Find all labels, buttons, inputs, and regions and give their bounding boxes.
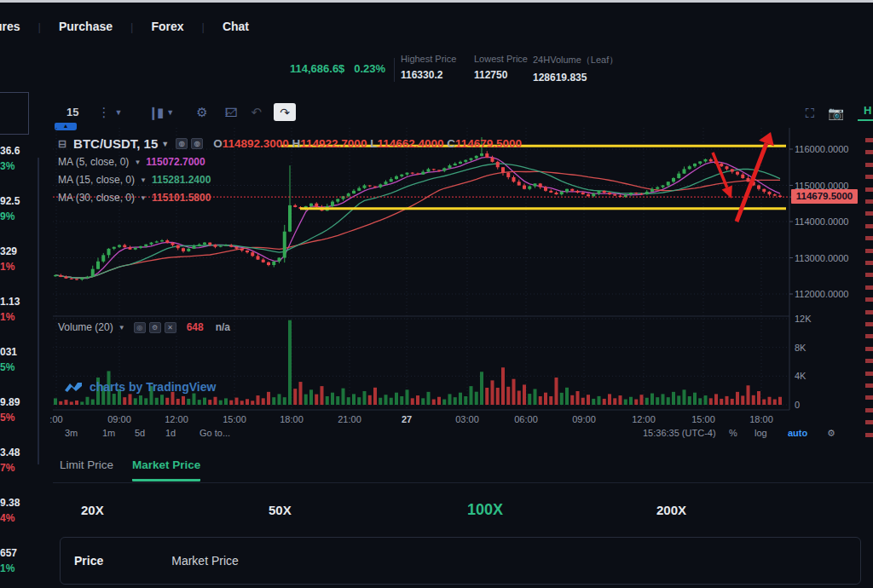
- orderbook-cut-row: [865, 211, 873, 216]
- volume-value: 648: [187, 321, 204, 333]
- ma-value: 115101.5800: [152, 192, 211, 204]
- orderbook-cut-row: [865, 138, 873, 142]
- tab-market-price[interactable]: Market Price: [132, 458, 200, 481]
- ma-legend-row[interactable]: MA (30, close, 0) ▼ 115101.5800: [58, 191, 522, 205]
- leverage-20x[interactable]: 20X: [81, 503, 104, 517]
- ma-label: MA (15, close, 0): [58, 174, 135, 186]
- series-settings-icon[interactable]: ◎: [191, 138, 203, 149]
- chart-legend: ⊟ BTC/USDT, 15 ▼ ◎ ◎ O114892.3000 H11492…: [58, 136, 522, 205]
- orderbook-cut-row: [865, 395, 873, 400]
- go-to-button[interactable]: Go to...: [199, 428, 230, 438]
- range-3m[interactable]: 3m: [65, 428, 78, 438]
- orderbook-cut-row: [865, 347, 873, 351]
- leverage-100x[interactable]: 100X: [467, 501, 503, 519]
- price-chart-canvas[interactable]: [0, 0, 873, 588]
- section-divider: [53, 482, 873, 483]
- price-value: Market Price: [171, 554, 239, 568]
- volume-study-label[interactable]: Volume (20): [58, 321, 113, 333]
- orderbook-cut-row: [865, 261, 873, 265]
- orderbook-cut-row: [865, 408, 873, 412]
- close-icon[interactable]: ✕: [165, 322, 176, 333]
- volume-axis-label: 8K: [795, 343, 806, 353]
- range-1d[interactable]: 1d: [165, 428, 176, 438]
- orderbook-cut-row: [865, 175, 873, 179]
- volume-legend: Volume (20) ▼ ◎ ⚙ ✕ 648 n/a: [58, 320, 230, 334]
- ma-label: MA (30, close, 0): [58, 192, 135, 204]
- x-axis-label: :00: [49, 414, 62, 424]
- visibility-toggle-icon[interactable]: ◎: [176, 138, 188, 149]
- chevron-down-icon[interactable]: ▼: [140, 194, 147, 202]
- symbol-title[interactable]: BTC/USDT, 15: [73, 136, 158, 151]
- ohlc-readout: O114892.3000 H114922.7000 L114662.4000 C…: [213, 137, 522, 150]
- x-axis-label: 12:00: [632, 414, 656, 424]
- orderbook-cut-row: [865, 199, 873, 204]
- price-label: Price: [74, 554, 103, 568]
- tab-limit-price[interactable]: Limit Price: [60, 458, 113, 481]
- x-axis-label: 21:00: [338, 414, 361, 424]
- orderbook-cut-row: [865, 420, 873, 424]
- order-type-tabs: Limit Price Market Price: [60, 458, 200, 481]
- right-panel-tab[interactable]: H: [864, 104, 871, 117]
- leverage-50x[interactable]: 50X: [269, 503, 292, 517]
- orderbook-cut-row: [865, 273, 873, 277]
- orderbook-cut-row: [865, 187, 873, 192]
- ma-legend-row[interactable]: MA (15, close, 0) ▼ 115281.2400: [58, 173, 522, 187]
- orderbook-cut-row: [865, 334, 873, 338]
- chevron-down-icon[interactable]: ▼: [134, 159, 141, 166]
- orderbook-cut-row: [865, 322, 873, 326]
- x-axis-label: 09:00: [572, 414, 596, 424]
- gear-icon[interactable]: ⚙: [827, 428, 835, 439]
- y-axis-label: 114000.0000: [795, 216, 848, 227]
- x-axis-label: 06:00: [514, 414, 538, 424]
- watermark-text: charts by TradingView: [90, 380, 216, 394]
- last-price-badge: 114679.5000: [791, 189, 858, 204]
- volume-axis-label: 4K: [795, 371, 806, 381]
- x-axis-label: 18:00: [280, 414, 304, 424]
- orderbook-cut-row: [865, 224, 873, 228]
- orderbook-cut-row: [865, 236, 873, 240]
- orderbook-cut-row: [865, 433, 873, 437]
- percent-scale-button[interactable]: %: [729, 428, 737, 438]
- y-axis-label: 112000.0000: [795, 289, 848, 299]
- clock[interactable]: 15:36:35 (UTC-4): [643, 428, 716, 438]
- chevron-down-icon[interactable]: ▼: [140, 176, 147, 184]
- orderbook-cut-row: [865, 297, 873, 302]
- chart-bottom-bar: 3m 1m 5d 1d Go to... 15:36:35 (UTC-4) % …: [53, 426, 820, 441]
- ma-legend-row[interactable]: MA (5, close, 0) ▼ 115072.7000: [58, 155, 522, 169]
- orderbook-cut-row: [865, 383, 873, 388]
- chevron-down-icon[interactable]: ▼: [161, 140, 169, 148]
- range-5d[interactable]: 5d: [135, 428, 145, 438]
- ma-value: 115281.2400: [152, 174, 211, 186]
- orderbook-cut-row: [865, 249, 873, 253]
- ma-label: MA (5, close, 0): [58, 156, 129, 168]
- x-axis-label: 15:00: [691, 414, 715, 424]
- x-axis-label: 12:00: [165, 414, 188, 424]
- volume-axis-label: 12K: [795, 314, 812, 324]
- x-axis-label: 15:00: [223, 414, 246, 424]
- volume-axis-label: 0: [795, 400, 800, 410]
- x-axis-label: 03:00: [455, 414, 479, 424]
- log-scale-button[interactable]: log: [754, 428, 767, 438]
- orderbook-cut-row: [865, 150, 873, 154]
- orderbook-cut-row: [865, 310, 873, 314]
- leverage-200x[interactable]: 200X: [656, 503, 686, 517]
- range-1m[interactable]: 1m: [102, 428, 115, 438]
- visibility-toggle-icon[interactable]: ◎: [134, 322, 146, 333]
- ma-value: 115072.7000: [146, 156, 205, 168]
- orderbook-cut-row: [865, 163, 873, 167]
- y-axis-label: 116000.0000: [795, 144, 848, 154]
- x-axis-label: 09:00: [107, 414, 131, 424]
- chevron-down-icon[interactable]: ▼: [119, 324, 125, 331]
- right-panel-tab-underline: [858, 119, 873, 121]
- price-input-row[interactable]: Price Market Price: [60, 537, 861, 585]
- orderbook-cut-row: [865, 285, 873, 290]
- tradingview-watermark[interactable]: charts by TradingView: [64, 380, 216, 394]
- orderbook-cut-row: [865, 359, 873, 363]
- legend-collapse-icon[interactable]: ⊟: [58, 138, 66, 150]
- tradingview-logo-icon: [64, 380, 83, 394]
- x-axis-label: 18:00: [749, 414, 773, 424]
- x-axis-label: 27: [402, 414, 412, 424]
- study-settings-icon[interactable]: ⚙: [149, 322, 161, 333]
- y-axis-label: 113000.0000: [795, 253, 848, 263]
- auto-scale-button[interactable]: auto: [788, 428, 807, 438]
